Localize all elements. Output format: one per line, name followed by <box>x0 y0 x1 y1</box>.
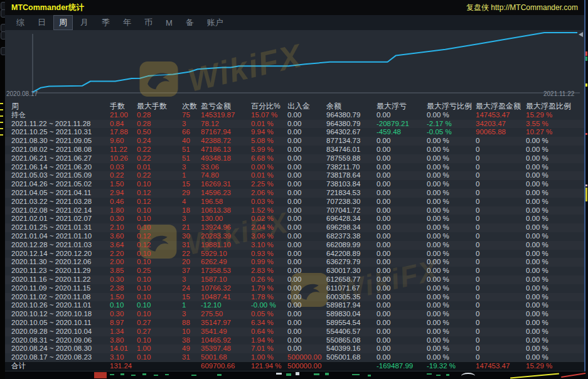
table-row[interactable]: 2020.10.12 ~ 2020.10.180.300.103275.500.… <box>5 310 584 319</box>
value-cell: 275.50 <box>201 310 251 319</box>
menu-item-综[interactable]: 综 <box>11 16 29 29</box>
value-cell: 0.10 <box>137 310 182 319</box>
value-cell: 9.94 % <box>251 128 287 137</box>
menu-item-日[interactable]: 日 <box>33 16 51 29</box>
table-row[interactable]: 2020.11.09 ~ 2020.11.152.380.102410766.3… <box>5 284 584 293</box>
column-header[interactable]: 最大手数 <box>137 102 182 111</box>
candle-mark <box>585 51 587 56</box>
brand-link[interactable]: 复盘侠 http://MTCommander.com <box>466 3 578 13</box>
column-header[interactable]: 次数 <box>182 102 201 111</box>
price-line-fragment <box>461 373 475 379</box>
value-cell: 0 <box>476 206 526 215</box>
value-cell: 0 <box>476 154 526 163</box>
value-cell: 0.00 % <box>427 189 476 198</box>
table-row[interactable]: 2021.08.02 ~ 2021.08.0811.220.225147186.… <box>5 146 584 154</box>
table-row[interactable]: 2021.02.08 ~ 2021.02.141.800.101810613.3… <box>5 206 584 215</box>
summary-row[interactable]: 合计131.24609700.66121.94 %500000.00-16948… <box>5 362 584 371</box>
table-row[interactable]: 2021.05.03 ~ 2021.05.090.220.22174.800.0… <box>5 171 584 180</box>
toolbar-mark <box>0 134 3 136</box>
value-cell: 0.00 <box>287 198 326 206</box>
period-cell: 2021.05.03 ~ 2021.05.09 <box>11 171 110 180</box>
value-cell: 17.88 <box>110 128 137 137</box>
period-cell: 2020.11.02 ~ 2020.11.08 <box>11 293 110 302</box>
table-row[interactable]: 2020.11.23 ~ 2020.11.293.850.253717358.5… <box>5 267 584 275</box>
value-cell: 0.00 % <box>526 336 584 345</box>
value-cell: 3541.49 <box>201 328 251 336</box>
table-row[interactable]: 2020.08.24 ~ 2020.08.3014.011.004935397.… <box>5 344 584 353</box>
table-row[interactable]: 2021.10.25 ~ 2021.10.3117.880.506687167.… <box>5 128 584 137</box>
column-header[interactable]: 最大浮盈金额 <box>476 102 526 111</box>
value-cell: 0.00 <box>287 319 326 328</box>
table-row[interactable]: 2021.01.25 ~ 2021.01.312.100.102113924.9… <box>5 223 584 232</box>
table-row[interactable]: 2020.11.16 ~ 2020.11.220.300.1031587.100… <box>5 275 584 284</box>
table-row[interactable]: 2021.06.14 ~ 2021.06.200.030.01333.060.0… <box>5 163 584 172</box>
value-cell: 0.10 <box>137 215 182 223</box>
value-cell: 1.00 % <box>251 353 287 362</box>
value-cell: 0.00 % <box>427 198 476 206</box>
table-row[interactable]: 2021.06.21 ~ 2021.06.2710.260.225149348.… <box>5 154 584 163</box>
table-row[interactable]: 2021.03.22 ~ 2021.03.280.460.124196.580.… <box>5 198 584 206</box>
table-row[interactable]: 2021.08.30 ~ 2021.09.059.600.244042388.7… <box>5 137 584 146</box>
value-cell: 0.22 <box>137 171 182 180</box>
table-row[interactable]: 2021.11.22 ~ 2021.11.280.840.28378.120.0… <box>5 120 584 129</box>
value-cell: 29 <box>182 189 201 198</box>
menu-item-账户[interactable]: 账户 <box>202 16 228 29</box>
value-cell: 0.00 % <box>526 310 584 319</box>
trend-line-yellow <box>510 373 559 379</box>
value-cell: 0.00 % <box>526 215 584 223</box>
column-header[interactable]: 盈亏金额 <box>201 102 251 111</box>
column-header[interactable]: 余额 <box>326 102 377 111</box>
value-cell: 2.25 % <box>251 180 287 189</box>
table-row[interactable]: 2020.11.30 ~ 2020.12.062.000.10206262.49… <box>5 258 584 267</box>
value-cell: 6262.49 <box>201 258 251 267</box>
value-cell: 10.27 % <box>526 128 584 137</box>
table-row[interactable]: 2020.08.17 ~ 2020.08.233.100.10315001.68… <box>5 353 584 362</box>
menu-item-月[interactable]: 月 <box>75 16 94 29</box>
table-row[interactable]: 2021.04.26 ~ 2021.05.021.500.101516269.3… <box>5 180 584 189</box>
value-cell: -2.17 % <box>427 120 476 129</box>
table-row[interactable]: 2021.02.01 ~ 2021.02.070.300.103130.000.… <box>5 215 584 223</box>
value-cell: 0 <box>476 336 526 345</box>
menu-item-备[interactable]: 备 <box>181 16 199 29</box>
column-header[interactable]: 最大浮亏比例 <box>427 102 476 111</box>
period-cell: 2020.12.28 ~ 2021.01.03 <box>11 241 110 250</box>
value-cell: 78.12 <box>201 120 251 129</box>
table-row[interactable]: 2020.09.28 ~ 2020.10.041.340.27103541.49… <box>5 328 584 336</box>
column-header[interactable]: 最大浮盈比例 <box>526 102 584 111</box>
value-cell: 3 <box>182 120 201 129</box>
menu-item-周[interactable]: 周 <box>54 16 72 29</box>
column-header[interactable]: 手数 <box>110 102 137 111</box>
menu-item-M[interactable]: M <box>161 17 178 29</box>
value-cell: 0.00 <box>377 267 427 275</box>
value-cell: 0.00 <box>377 301 427 310</box>
table-row[interactable]: 2020.08.31 ~ 2020.09.063.800.103810465.9… <box>5 336 584 345</box>
period-cell: 2020.08.17 ~ 2020.08.23 <box>11 353 110 362</box>
table-row[interactable]: 2021.01.04 ~ 2021.01.103.600.123020283.3… <box>5 232 584 241</box>
underlying-toolbar-edge <box>0 0 5 379</box>
table-row[interactable]: 2020.12.28 ~ 2021.01.033.640.123119881.1… <box>5 241 584 250</box>
table-row[interactable]: 2020.11.02 ~ 2020.11.081.500.101510487.4… <box>5 293 584 302</box>
table-row[interactable]: 2021.04.05 ~ 2021.04.112.940.122914596.2… <box>5 189 584 198</box>
table-row[interactable]: 2020.10.05 ~ 2020.10.118.970.278835147.9… <box>5 319 584 328</box>
value-cell: 0.93 % <box>251 250 287 259</box>
menu-item-币[interactable]: 币 <box>139 16 158 29</box>
menu-item-季[interactable]: 季 <box>97 16 115 29</box>
column-header[interactable]: 最大浮亏 <box>377 102 427 111</box>
table-row[interactable]: 2020.12.14 ~ 2020.12.202.200.10225929.10… <box>5 250 584 259</box>
value-cell: 609700.66 <box>201 362 251 371</box>
value-cell: 0.00 % <box>526 353 584 362</box>
menu-item-年[interactable]: 年 <box>118 16 136 29</box>
column-header[interactable]: 周 <box>11 102 110 111</box>
value-cell: 721834.53 <box>326 189 377 198</box>
value-cell: 5.08 % <box>251 137 287 146</box>
value-cell: 0.12 <box>137 241 182 250</box>
value-cell: 0.00 % <box>427 310 476 319</box>
value-cell: 3 <box>182 163 201 172</box>
column-header[interactable]: 百分比% <box>251 102 287 111</box>
value-cell: 0.00 <box>377 137 427 146</box>
value-cell: 630017.30 <box>326 267 377 275</box>
table-row[interactable]: 持仓21.000.2875145319.8715.07 %0.00964380.… <box>5 111 584 120</box>
column-header[interactable]: 出入金 <box>287 102 326 111</box>
table-row[interactable]: 2020.10.26 ~ 2020.11.010.100.101-12.10-0… <box>5 301 584 310</box>
value-cell: 0.00 % <box>427 319 476 328</box>
